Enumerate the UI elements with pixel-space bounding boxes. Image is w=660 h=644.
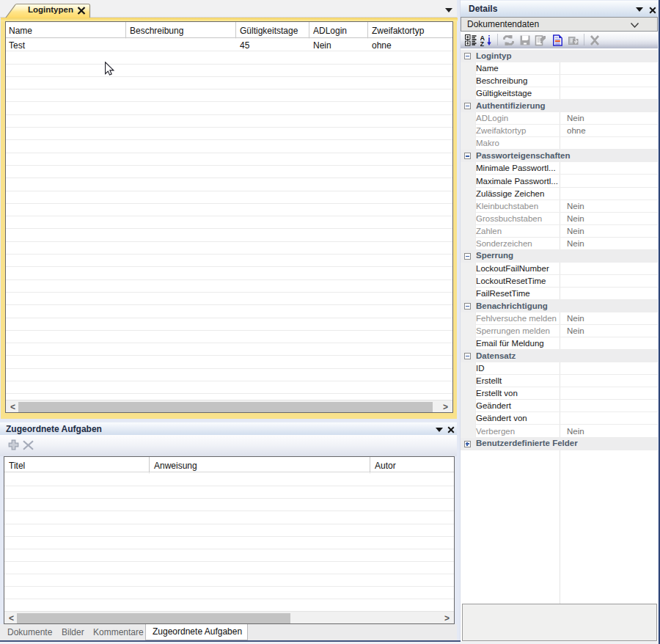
- svg-text:Z: Z: [480, 40, 485, 46]
